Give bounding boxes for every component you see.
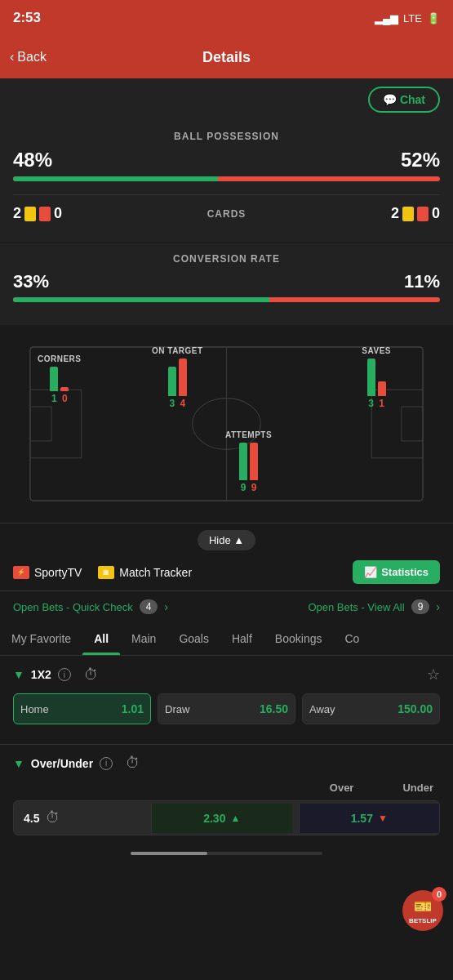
on-target-stat: ON TARGET 3 4 xyxy=(152,346,203,409)
cards-left: 2 0 xyxy=(13,205,62,222)
match-tracker-tab[interactable]: ▦ Match Tracker xyxy=(98,566,192,579)
status-bar: 2:53 ▂▄▆ LTE 🔋 xyxy=(0,0,453,36)
market-1x2-info[interactable]: i xyxy=(58,668,71,681)
ou-line-value: 4.5 ⏱ xyxy=(14,801,144,835)
saves-away-bar xyxy=(378,381,386,396)
red-card-left-icon xyxy=(39,207,51,221)
svg-rect-6 xyxy=(402,407,423,441)
draw-odds: 16.50 xyxy=(260,702,288,715)
tab-all[interactable]: All xyxy=(82,622,120,655)
saves-label: SAVES xyxy=(362,346,391,355)
attempts-home-val: 9 xyxy=(239,482,247,493)
header: ‹ Back Details xyxy=(0,36,453,78)
market-tabs: My Favorite All Main Goals Half Bookings… xyxy=(0,622,453,656)
yellow-card-left-icon xyxy=(24,207,36,221)
yellow-card-right-icon xyxy=(402,207,414,221)
cards-left-red-count: 0 xyxy=(54,205,62,222)
ou-live-icon: ⏱ xyxy=(126,755,140,772)
corners-stat: CORNERS 1 0 xyxy=(38,354,82,404)
view-all-arrow: › xyxy=(436,600,440,613)
quick-check-label: Open Bets - Quick Check xyxy=(13,601,133,613)
ou-collapse-icon[interactable]: ▼ xyxy=(13,757,24,770)
corners-away-bar xyxy=(60,387,69,391)
cards-right-yellow-count: 2 xyxy=(391,205,399,222)
saves-home-val: 3 xyxy=(367,398,375,409)
tab-my-favorite[interactable]: My Favorite xyxy=(0,622,82,655)
ou-over-trend-icon: ▲ xyxy=(230,813,240,824)
tab-main[interactable]: Main xyxy=(120,622,167,655)
corners-away-val: 0 xyxy=(60,393,69,404)
saves-away-val: 1 xyxy=(378,398,386,409)
ou-over-odds: 2.30 xyxy=(203,812,225,825)
attempts-away-bar xyxy=(250,443,258,480)
match-tracker-icon: ▦ xyxy=(98,566,114,579)
betslip-button[interactable]: 0 🎫 BETSLIP xyxy=(402,890,443,931)
saves-stat: SAVES 3 1 xyxy=(362,346,391,409)
possession-row: 48% 52% xyxy=(13,149,440,172)
sporty-tv-tab[interactable]: ⚡ SportyTV xyxy=(13,566,82,579)
ou-under-button[interactable]: 1.57 ▼ xyxy=(299,804,440,833)
pitch-section: CORNERS 1 0 ON TARGET 3 4 SAVES xyxy=(0,325,453,523)
quick-check-arrow: › xyxy=(164,600,168,613)
cards-row: 2 0 CARDS 2 0 xyxy=(13,205,440,222)
market-1x2-group: ▼ 1X2 i ⏱ ☆ Home 1.01 Draw 16.50 Away 15… xyxy=(0,656,453,744)
statistics-button[interactable]: 📈 Statistics xyxy=(353,560,440,584)
statistics-chart-icon: 📈 xyxy=(364,566,377,578)
home-label: Home xyxy=(20,703,49,715)
ou-column-headers: Over Under xyxy=(13,782,440,794)
cards-right-red-count: 0 xyxy=(432,205,440,222)
hide-button[interactable]: Hide ▲ xyxy=(198,530,255,550)
ou-under-trend-icon: ▼ xyxy=(378,813,388,824)
chat-button[interactable]: 💬 Chat xyxy=(368,87,440,113)
conversion-rate-section: CONVERSION RATE 33% 11% xyxy=(0,243,453,325)
svg-rect-5 xyxy=(30,407,51,441)
view-all-section[interactable]: Open Bets - View All 9 › xyxy=(308,599,440,614)
ou-over-button[interactable]: 2.30 ▲ xyxy=(151,804,292,833)
away-odds-button[interactable]: Away 150.00 xyxy=(302,693,440,724)
ball-possession-section: BALL POSSESSION 48% 52% 2 0 CARDS 2 0 xyxy=(0,121,453,242)
quick-check-section[interactable]: Open Bets - Quick Check 4 › xyxy=(13,599,168,614)
sporty-tv-label: SportyTV xyxy=(34,566,82,579)
scroll-indicator xyxy=(131,852,322,855)
collapse-icon[interactable]: ▼ xyxy=(13,668,24,681)
market-ou-group: ▼ Over/Under i ⏱ Over Under 4.5 ⏱ 2.30 ▲… xyxy=(0,745,453,845)
cards-left-yellow-count: 2 xyxy=(13,205,21,222)
attempts-away-val: 9 xyxy=(250,482,258,493)
divider-1 xyxy=(13,194,440,195)
attempts-label: ATTEMPTS xyxy=(225,430,272,439)
home-odds: 1.01 xyxy=(122,702,144,715)
scroll-thumb xyxy=(131,852,207,855)
network-label: LTE xyxy=(403,12,422,24)
possession-right-pct: 52% xyxy=(401,149,440,172)
corners-home-val: 1 xyxy=(50,393,58,404)
on-target-home-val: 3 xyxy=(168,398,176,409)
quick-check-badge: 4 xyxy=(140,599,158,614)
favorite-button[interactable]: ☆ xyxy=(427,666,440,684)
possession-progress-bar xyxy=(13,176,440,181)
corners-home-bar xyxy=(50,367,58,391)
ou-4-5-row: 4.5 ⏱ 2.30 ▲ 1.57 ▼ xyxy=(13,800,440,835)
on-target-label: ON TARGET xyxy=(152,346,203,355)
market-ou-info[interactable]: i xyxy=(100,757,113,770)
away-label: Away xyxy=(309,703,335,715)
tab-goals[interactable]: Goals xyxy=(167,622,220,655)
tab-half[interactable]: Half xyxy=(220,622,264,655)
view-all-label: Open Bets - View All xyxy=(308,601,404,613)
conversion-fill xyxy=(13,297,269,302)
draw-odds-button[interactable]: Draw 16.50 xyxy=(158,693,295,724)
conversion-row: 33% 11% xyxy=(13,271,440,292)
conversion-progress-bar xyxy=(13,297,440,302)
ou-line-number: 4.5 xyxy=(24,812,39,825)
tab-bookings[interactable]: Bookings xyxy=(264,622,334,655)
possession-fill xyxy=(13,176,218,181)
view-all-badge: 9 xyxy=(411,599,430,614)
ou-under-odds: 1.57 xyxy=(351,812,373,825)
market-ou-title: Over/Under xyxy=(31,757,93,770)
source-tabs: ⚡ SportyTV ▦ Match Tracker 📈 Statistics xyxy=(13,560,440,584)
on-target-away-val: 4 xyxy=(179,398,187,409)
tab-co[interactable]: Co xyxy=(333,622,371,655)
live-icon: ⏱ xyxy=(84,666,99,684)
home-odds-button[interactable]: Home 1.01 xyxy=(13,693,151,724)
back-button[interactable]: ‹ Back xyxy=(10,50,47,65)
attempts-home-bar xyxy=(239,443,247,480)
